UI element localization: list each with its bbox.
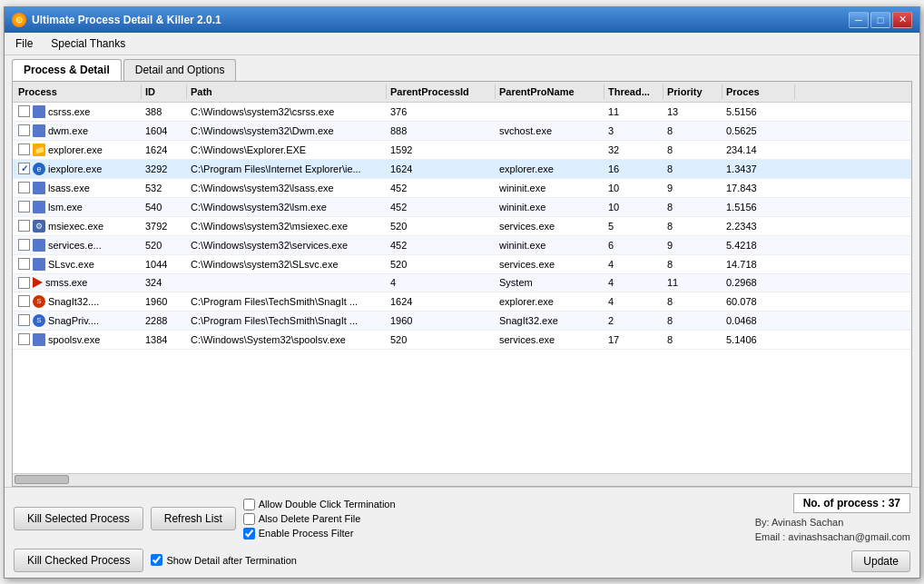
- cell-path: C:\Windows\System32\spoolsv.exe: [187, 332, 387, 347]
- header-threads: Thread...: [605, 84, 664, 99]
- row-checkbox[interactable]: [18, 239, 30, 251]
- kill-selected-button[interactable]: Kill Selected Process: [14, 507, 143, 530]
- cell-threads: 10: [605, 200, 664, 214]
- cell-ppid: 520: [387, 219, 496, 233]
- cell-cpu: 5.5156: [722, 104, 795, 119]
- process-name: csrss.exe: [48, 106, 90, 117]
- horizontal-scrollbar[interactable]: [13, 473, 911, 486]
- row-checkbox[interactable]: [18, 124, 30, 136]
- checkboxes-section: Allow Double Click Termination Also Dele…: [243, 499, 396, 539]
- cell-process: ✓ e iexplore.exe: [15, 161, 142, 177]
- tab-process-detail[interactable]: Process & Detail: [12, 59, 122, 81]
- cell-ppid: 520: [387, 257, 496, 272]
- cell-threads: 32: [605, 143, 664, 157]
- cell-priority: 9: [664, 238, 722, 252]
- process-table-body[interactable]: csrss.exe 388 C:\Windows\system32\csrss.…: [13, 103, 911, 473]
- delete-parent-label[interactable]: Also Delete Parent File: [243, 513, 396, 525]
- cell-priority: 11: [664, 275, 722, 290]
- table-row[interactable]: 📁 explorer.exe 1624 C:\Windows\Explorer.…: [13, 141, 911, 160]
- header-priority: Priority: [664, 84, 722, 99]
- minimize-button[interactable]: ─: [849, 12, 869, 28]
- cell-threads: 16: [605, 162, 664, 176]
- tab-detail-options[interactable]: Detail and Options: [123, 59, 237, 81]
- cell-ppid: 1592: [387, 143, 496, 157]
- header-path: Path: [187, 84, 387, 99]
- row-checkbox[interactable]: [18, 314, 30, 326]
- process-name: lsass.exe: [48, 183, 90, 193]
- row-checkbox[interactable]: [18, 333, 30, 345]
- cell-ppname: explorer.exe: [496, 294, 605, 309]
- cell-cpu: 1.5156: [722, 200, 795, 214]
- cell-id: 324: [142, 275, 187, 290]
- process-name: iexplore.exe: [48, 163, 102, 174]
- table-row[interactable]: smss.exe 324 4 System 4 11 0.2968: [13, 274, 911, 292]
- table-header: Process ID Path ParentProcessId ParentPr…: [13, 82, 911, 103]
- cell-cpu: 2.2343: [722, 219, 795, 233]
- delete-parent-checkbox[interactable]: [243, 513, 255, 525]
- refresh-list-button[interactable]: Refresh List: [151, 507, 236, 530]
- show-detail-label[interactable]: Show Detail after Termination: [151, 554, 296, 566]
- menu-file[interactable]: File: [12, 35, 36, 52]
- cell-threads: 4: [605, 294, 664, 309]
- row-checkbox[interactable]: ✓: [18, 163, 30, 174]
- cell-ppname: SnagIt32.exe: [496, 313, 605, 328]
- cell-ppname: services.exe: [496, 257, 605, 272]
- enable-filter-label[interactable]: Enable Process Filter: [243, 528, 396, 539]
- restore-button[interactable]: □: [870, 12, 890, 28]
- row-checkbox[interactable]: [18, 201, 30, 213]
- table-row[interactable]: ⚙ msiexec.exe 3792 C:\Windows\system32\m…: [13, 217, 911, 236]
- allow-double-click-label[interactable]: Allow Double Click Termination: [243, 499, 396, 510]
- cell-id: 3792: [142, 219, 187, 233]
- table-row[interactable]: S SnagIt32.... 1960 C:\Program Files\Tec…: [13, 292, 911, 312]
- cell-ppname: wininit.exe: [496, 238, 605, 252]
- table-row[interactable]: spoolsv.exe 1384 C:\Windows\System32\spo…: [13, 331, 911, 350]
- update-button[interactable]: Update: [851, 550, 910, 572]
- row-checkbox[interactable]: [18, 144, 30, 155]
- row-checkbox[interactable]: [18, 295, 30, 307]
- table-row[interactable]: csrss.exe 388 C:\Windows\system32\csrss.…: [13, 103, 911, 122]
- cell-priority: 8: [664, 257, 722, 272]
- process-name: smss.exe: [45, 277, 87, 288]
- cell-ppname: wininit.exe: [496, 181, 605, 195]
- cell-id: 540: [142, 200, 187, 214]
- cell-ppname: explorer.exe: [496, 162, 605, 176]
- table-row[interactable]: ✓ e iexplore.exe 3292 C:\Program Files\I…: [13, 160, 911, 179]
- cell-id: 520: [142, 238, 187, 252]
- menu-special-thanks[interactable]: Special Thanks: [47, 35, 129, 52]
- bottom-bar: Kill Selected Process Refresh List Allow…: [5, 487, 919, 578]
- cell-process: spoolsv.exe: [15, 332, 142, 348]
- table-row[interactable]: lsm.exe 540 C:\Windows\system32\lsm.exe …: [13, 198, 911, 217]
- cell-cpu: 5.1406: [722, 332, 795, 347]
- scroll-thumb: [15, 475, 69, 484]
- allow-double-click-checkbox[interactable]: [243, 499, 255, 510]
- cell-threads: 11: [605, 104, 664, 119]
- table-row[interactable]: S SnagPriv.... 2288 C:\Program Files\Tec…: [13, 312, 911, 331]
- table-row[interactable]: SLsvc.exe 1044 C:\Windows\system32\SLsvc…: [13, 255, 911, 274]
- cell-process: S SnagIt32....: [15, 293, 142, 310]
- cell-id: 1384: [142, 332, 187, 347]
- table-row[interactable]: services.e... 520 C:\Windows\system32\se…: [13, 236, 911, 255]
- cell-ppid: 452: [387, 238, 496, 252]
- cell-priority: 8: [664, 313, 722, 328]
- cell-path: C:\Windows\Explorer.EXE: [187, 143, 387, 157]
- row-checkbox[interactable]: [18, 277, 30, 289]
- enable-filter-checkbox[interactable]: [243, 528, 255, 539]
- cell-id: 3292: [142, 162, 187, 176]
- row-checkbox[interactable]: [18, 258, 30, 270]
- cell-cpu: 17.843: [722, 181, 795, 195]
- cell-cpu: 5.4218: [722, 238, 795, 252]
- cell-id: 1960: [142, 294, 187, 309]
- row-checkbox[interactable]: [18, 220, 30, 232]
- table-row[interactable]: dwm.exe 1604 C:\Windows\system32\Dwm.exe…: [13, 122, 911, 141]
- title-bar: ⊙ Ultimate Process Detail & Killer 2.0.1…: [5, 7, 919, 33]
- process-name: services.e...: [48, 240, 102, 251]
- cell-ppid: 1624: [387, 294, 496, 309]
- kill-checked-button[interactable]: Kill Checked Process: [14, 549, 143, 572]
- close-button[interactable]: ✕: [892, 12, 912, 28]
- cell-ppid: 1960: [387, 313, 496, 328]
- table-row[interactable]: lsass.exe 532 C:\Windows\system32\lsass.…: [13, 179, 911, 198]
- row-checkbox[interactable]: [18, 105, 30, 117]
- row-checkbox[interactable]: [18, 182, 30, 193]
- show-detail-checkbox[interactable]: [151, 554, 162, 566]
- bottom-row-2: Kill Checked Process Show Detail after T…: [14, 549, 910, 572]
